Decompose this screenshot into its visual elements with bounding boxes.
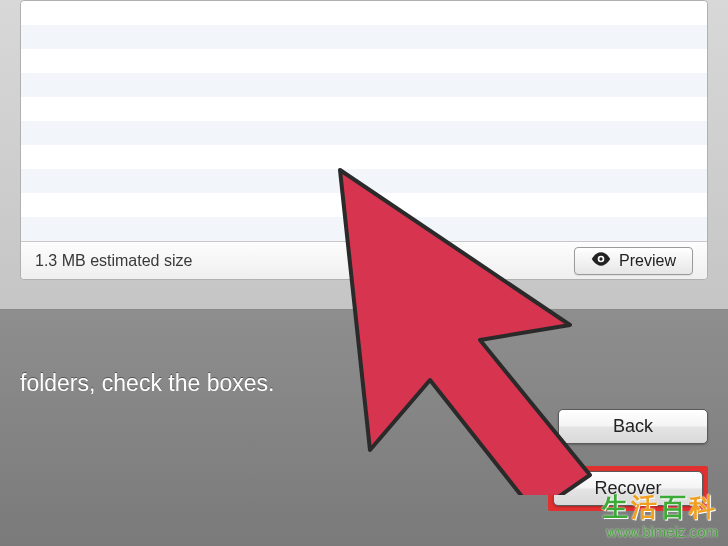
help-button[interactable]: ? [498, 444, 530, 476]
preview-button-label: Preview [619, 252, 676, 270]
results-panel: 1.3 MB estimated size Preview [20, 0, 708, 280]
list-item[interactable] [21, 145, 707, 169]
eye-icon [591, 252, 611, 270]
upper-panel: 1.3 MB estimated size Preview [0, 0, 728, 310]
list-footer: 1.3 MB estimated size Preview [21, 241, 707, 279]
list-item[interactable] [21, 121, 707, 145]
lower-panel: folders, check the boxes. ? Back Recover [0, 310, 728, 546]
svg-point-1 [599, 257, 602, 260]
preview-button[interactable]: Preview [574, 247, 693, 275]
recover-highlight-box: Recover [548, 466, 708, 511]
list-item[interactable] [21, 193, 707, 217]
instruction-text: folders, check the boxes. [20, 370, 708, 397]
list-item[interactable] [21, 25, 707, 49]
file-list[interactable] [21, 1, 707, 241]
recover-button[interactable]: Recover [553, 471, 703, 506]
nav-button-column: Back Recover [548, 409, 708, 511]
list-item[interactable] [21, 217, 707, 241]
list-item[interactable] [21, 169, 707, 193]
estimated-size-label: 1.3 MB estimated size [35, 252, 192, 270]
recover-button-label: Recover [594, 478, 661, 498]
list-item[interactable] [21, 73, 707, 97]
list-item[interactable] [21, 1, 707, 25]
list-item[interactable] [21, 97, 707, 121]
back-button-label: Back [613, 416, 653, 436]
bottom-button-row: ? Back Recover [498, 409, 708, 511]
back-button[interactable]: Back [558, 409, 708, 444]
help-icon: ? [508, 449, 520, 472]
list-item[interactable] [21, 49, 707, 73]
